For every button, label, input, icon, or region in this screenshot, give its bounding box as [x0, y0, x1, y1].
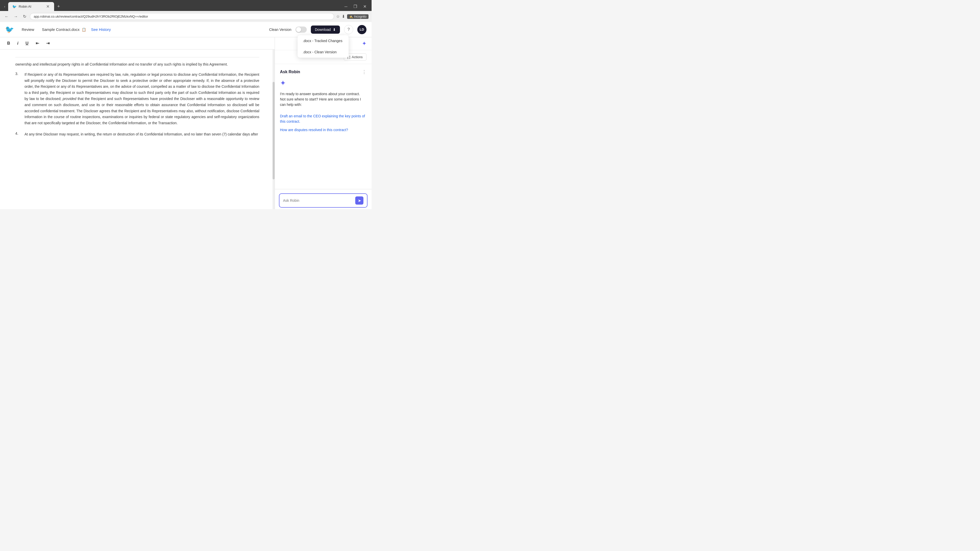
maximize-button[interactable]: ❐: [350, 3, 360, 11]
intro-paragraph: ownership and intellectual property righ…: [15, 57, 259, 68]
reload-button[interactable]: ↻: [21, 13, 28, 20]
forward-button[interactable]: →: [12, 13, 19, 20]
ask-robin-title: Ask Robin: [280, 70, 300, 74]
list-text-3: If Recipient or any of its Representativ…: [24, 72, 259, 126]
dropdown-item-clean[interactable]: .docx - Clean Version: [298, 46, 348, 58]
bookmark-button[interactable]: ☆: [336, 14, 340, 19]
app-header: 🐦 Review Sample Contract.docx 📋 See Hist…: [0, 22, 372, 37]
robin-large-icon: ✦: [280, 79, 286, 87]
address-bar[interactable]: app.robinai.co.uk/review/contract/Q29udH…: [30, 13, 334, 20]
scroll-track[interactable]: [272, 49, 275, 209]
send-icon: ➤: [358, 198, 361, 203]
ask-robin-input-area: ➤: [275, 189, 372, 209]
list-num-4: 4.: [15, 131, 21, 138]
doc-title-text: Sample Contract.docx: [42, 27, 80, 32]
editor-content[interactable]: ownership and intellectual property righ…: [0, 49, 275, 209]
list-text-4: At any time Discloser may request, in wr…: [24, 131, 259, 138]
tab-bar: › 🐦 Robin AI ✕ + ─ ❐ ✕: [0, 0, 372, 11]
header-right: Clean Version Download ⬇ ? LD: [269, 25, 366, 34]
clean-version-toggle[interactable]: [296, 27, 307, 33]
suggestion-2[interactable]: How are disputes resolved in this contra…: [280, 127, 366, 133]
main-layout: B i U ⇤ ⇥ ownership and intellectual pro…: [0, 37, 372, 209]
download-button[interactable]: Download ⬇: [311, 25, 340, 34]
list-item-4: 4. At any time Discloser may request, in…: [15, 131, 259, 138]
italic-button[interactable]: i: [15, 40, 21, 47]
editor-toolbar: B i U ⇤ ⇥: [0, 37, 275, 49]
logo: 🐦: [5, 25, 14, 34]
browser-chrome: › 🐦 Robin AI ✕ + ─ ❐ ✕ ← → ↻ app.robinai…: [0, 0, 372, 22]
underline-button[interactable]: U: [24, 40, 30, 47]
incognito-badge: 🕵 Incognito: [347, 14, 369, 19]
tab-group-button[interactable]: ›: [2, 3, 7, 10]
doc-copy-icon: 📋: [82, 27, 86, 32]
new-tab-button[interactable]: +: [55, 3, 62, 10]
review-button[interactable]: Review: [19, 26, 37, 33]
robin-tab-icon: 🐦: [12, 5, 17, 9]
back-button[interactable]: ←: [3, 13, 10, 20]
more-options-button[interactable]: ⋮: [362, 69, 366, 75]
dropdown-item-tracked[interactable]: .docx - Tracked Changes: [298, 35, 348, 46]
suggested-questions: Draft an email to the CEO explaining the…: [280, 114, 366, 133]
active-tab[interactable]: 🐦 Robin AI ✕: [8, 2, 54, 11]
avatar[interactable]: LD: [357, 25, 366, 34]
indent-left-button[interactable]: ⇤: [34, 40, 41, 47]
sidebar: ✦ [ ] Actions Ask Robin ⋮ ✦ I'm ready to…: [275, 37, 372, 209]
tab-title: Robin AI: [19, 5, 31, 8]
list-item-3: 3. If Recipient or any of its Representa…: [15, 72, 259, 126]
bold-button[interactable]: B: [5, 40, 12, 47]
provided-italic: provided: [62, 97, 76, 101]
robin-intro-text: I'm ready to answer questions about your…: [280, 91, 366, 107]
download-icon: ⬇: [333, 27, 336, 32]
robin-side-icon: ✦: [362, 40, 366, 47]
window-controls: ─ ❐ ✕: [342, 3, 369, 11]
tab-close-button[interactable]: ✕: [46, 4, 50, 9]
logo-icon: 🐦: [5, 25, 14, 34]
close-window-button[interactable]: ✕: [360, 3, 369, 11]
robin-avatar-area: ✦: [280, 79, 366, 87]
incognito-icon: 🕵: [349, 15, 353, 18]
doc-title-area: Sample Contract.docx 📋: [42, 27, 86, 32]
ask-robin-input-wrapper: ➤: [279, 193, 368, 208]
indent-right-button[interactable]: ⇥: [44, 40, 52, 47]
download-indicator-button[interactable]: ⬇: [342, 14, 345, 19]
incognito-label: Incognito: [354, 15, 366, 18]
address-actions: ☆ ⬇ 🕵 Incognito: [336, 14, 369, 19]
minimize-button[interactable]: ─: [342, 3, 350, 11]
ask-robin-header: Ask Robin ⋮: [280, 69, 366, 75]
help-icon: ?: [348, 27, 350, 32]
editor-area: B i U ⇤ ⇥ ownership and intellectual pro…: [0, 37, 275, 209]
toggle-thumb: [296, 27, 301, 32]
scroll-thumb: [272, 82, 275, 179]
list-num-3: 3.: [15, 72, 21, 126]
avatar-label: LD: [360, 27, 364, 32]
ask-robin-section: Ask Robin ⋮ ✦ I'm ready to answer questi…: [275, 64, 372, 189]
send-button[interactable]: ➤: [355, 197, 363, 205]
help-button[interactable]: ?: [344, 25, 353, 34]
address-bar-row: ← → ↻ app.robinai.co.uk/review/contract/…: [0, 11, 372, 22]
clean-version-label: Clean Version: [269, 27, 291, 32]
suggestion-1[interactable]: Draft an email to the CEO explaining the…: [280, 114, 366, 124]
download-label: Download: [315, 27, 331, 32]
download-dropdown: .docx - Tracked Changes .docx - Clean Ve…: [298, 35, 348, 58]
see-history-button[interactable]: See History: [91, 27, 111, 32]
ask-robin-input[interactable]: [283, 198, 353, 203]
url-text: app.robinai.co.uk/review/contract/Q29udH…: [34, 14, 330, 18]
